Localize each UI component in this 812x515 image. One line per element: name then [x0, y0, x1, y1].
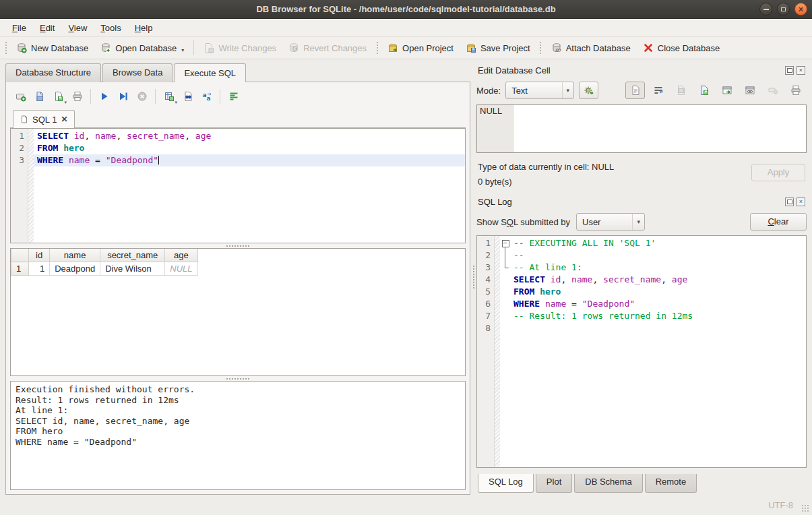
menu-help[interactable]: Help: [128, 20, 160, 36]
import-data-icon: [676, 85, 687, 96]
toolbar-drag-handle[interactable]: [538, 40, 543, 55]
code-text: FROM hero: [34, 142, 84, 154]
menu-tools[interactable]: Tools: [94, 20, 127, 36]
print-cell-button[interactable]: [786, 82, 805, 99]
code-lines[interactable]: SELECT id, name, secret_name, ageFROM he…: [34, 129, 465, 243]
execute-all-button[interactable]: [95, 88, 113, 105]
save-sql-file-button[interactable]: ▾: [49, 88, 67, 105]
code-line[interactable]: WHERE name = "Deadpond": [34, 154, 465, 166]
submitted-by-select[interactable]: User ▾: [576, 213, 645, 231]
toolbar-drag-handle[interactable]: [3, 40, 8, 55]
attach-database-button[interactable]: Attach Database: [545, 40, 637, 56]
code-text: --: [510, 249, 524, 262]
code-line[interactable]: FROM hero: [500, 286, 806, 298]
code-line[interactable]: -- Result: 1 rows returned in 12ms: [500, 310, 806, 322]
export-results-button[interactable]: ▾: [160, 88, 178, 105]
word-wrap-button[interactable]: [224, 88, 243, 105]
dock-close-icon[interactable]: ×: [797, 66, 805, 75]
sql-tab-1[interactable]: SQL 1 ✕: [13, 110, 75, 128]
text-mode-button[interactable]: [625, 82, 645, 99]
new-sql-tab-button[interactable]: [11, 88, 30, 105]
open-project-button[interactable]: Open Project: [381, 40, 460, 56]
code-line[interactable]: --: [500, 249, 806, 262]
code-line[interactable]: -- At line 1:: [500, 262, 806, 274]
set-null-button: [763, 82, 782, 99]
dock-float-icon[interactable]: [785, 66, 794, 75]
toolbar-drag-handle[interactable]: [375, 40, 379, 55]
clear-button[interactable]: Clear: [750, 213, 807, 231]
tab-sql-log[interactable]: SQL Log: [478, 474, 534, 493]
sql-editor[interactable]: 123SELECT id, name, secret_name, ageFROM…: [10, 128, 466, 243]
link-button[interactable]: [740, 82, 759, 99]
menu-view[interactable]: View: [61, 20, 94, 36]
pane-splitter-handle[interactable]: [470, 59, 476, 495]
tab-browse-data[interactable]: Browse Data: [102, 63, 173, 82]
menu-edit[interactable]: Edit: [33, 20, 61, 36]
export-dropdown-caret[interactable]: ▾: [175, 100, 177, 105]
tab-remote[interactable]: Remote: [645, 474, 697, 493]
message-line: Result: 1 rows returned in 12ms: [15, 395, 460, 406]
code-line[interactable]: -- EXECUTING ALL IN 'SQL 1': [500, 237, 806, 249]
tab-execute-sql[interactable]: Execute SQL: [174, 63, 246, 82]
cell-secret-name[interactable]: Dive Wilson: [100, 262, 165, 276]
row-header[interactable]: 1: [11, 262, 29, 276]
sql-tab-close-icon[interactable]: ✕: [61, 115, 67, 124]
text-cursor: [158, 156, 159, 164]
chevron-down-icon: ▾: [632, 214, 644, 230]
cell-name[interactable]: Deadpond: [50, 262, 100, 276]
open-database-button[interactable]: Open Database ▾: [94, 40, 190, 56]
code-lines[interactable]: -- EXECUTING ALL IN 'SQL 1'---- At line …: [500, 236, 806, 467]
fold-line: [500, 322, 510, 334]
code-text: SELECT id, name, secret_name, age: [34, 130, 211, 142]
auto-apply-button[interactable]: [579, 82, 598, 99]
code-line[interactable]: SELECT id, name, secret_name, age: [500, 274, 806, 286]
word-wrap-icon: [228, 91, 239, 102]
close-button[interactable]: ×: [794, 3, 807, 16]
code-line[interactable]: [500, 322, 806, 334]
code-line[interactable]: FROM hero: [34, 142, 465, 154]
resize-grip[interactable]: [801, 504, 810, 513]
dock-float-icon[interactable]: [785, 198, 794, 206]
export-data-icon: [699, 85, 710, 96]
results-col-id[interactable]: id: [29, 249, 50, 262]
results-col-name[interactable]: name: [50, 249, 100, 262]
cell-age[interactable]: NULL: [165, 262, 197, 276]
tab-db-schema[interactable]: DB Schema: [574, 474, 642, 493]
open-sql-file-button[interactable]: [30, 88, 49, 105]
save-sql-dropdown-caret[interactable]: ▾: [64, 100, 67, 105]
minimize-button[interactable]: [759, 3, 772, 16]
word-wrap-button[interactable]: [648, 82, 668, 99]
splitter-handle[interactable]: [10, 243, 466, 248]
open-external-button[interactable]: [717, 82, 737, 99]
format-sql-button[interactable]: aa: [197, 88, 216, 105]
maximize-button[interactable]: [777, 3, 790, 16]
print-sql-button[interactable]: [68, 88, 86, 105]
app-window: DB Browser for SQLite - /home/user/code/…: [0, 0, 812, 515]
sql-log-view[interactable]: 12345678-- EXECUTING ALL IN 'SQL 1'---- …: [476, 235, 807, 468]
cell-value-area[interactable]: [513, 105, 806, 152]
tab-plot[interactable]: Plot: [536, 474, 572, 493]
save-project-button[interactable]: Save Project: [460, 40, 536, 56]
cell-value-editor[interactable]: NULL: [476, 104, 807, 153]
tab-database-structure[interactable]: Database Structure: [5, 63, 101, 82]
line-number: 7: [482, 310, 491, 322]
cell-id[interactable]: 1: [29, 262, 50, 276]
code-line[interactable]: SELECT id, name, secret_name, age: [34, 130, 465, 142]
encoding-indicator[interactable]: UTF-8: [768, 500, 793, 510]
titlebar[interactable]: DB Browser for SQLite - /home/user/code/…: [0, 0, 812, 19]
export-data-button[interactable]: [694, 82, 714, 99]
fold-toggle-icon[interactable]: [500, 237, 510, 249]
results-col-secret-name[interactable]: secret_name: [100, 249, 165, 262]
code-line[interactable]: WHERE name = "Deadpond": [500, 298, 806, 310]
dock-close-icon[interactable]: ×: [797, 198, 805, 206]
menu-file[interactable]: File: [5, 20, 33, 36]
find-button[interactable]: [179, 88, 197, 105]
splitter-handle[interactable]: [10, 376, 466, 381]
close-database-button[interactable]: Close Database: [637, 40, 726, 56]
results-grid: id name secret_name age 1 1 Deadpond Div…: [10, 248, 466, 376]
new-database-button[interactable]: New Database: [10, 40, 94, 56]
results-col-age[interactable]: age: [165, 249, 197, 262]
open-database-dropdown-caret[interactable]: ▾: [181, 47, 184, 53]
mode-select[interactable]: Text ▾: [505, 82, 574, 99]
execute-current-line-button[interactable]: [114, 88, 132, 105]
